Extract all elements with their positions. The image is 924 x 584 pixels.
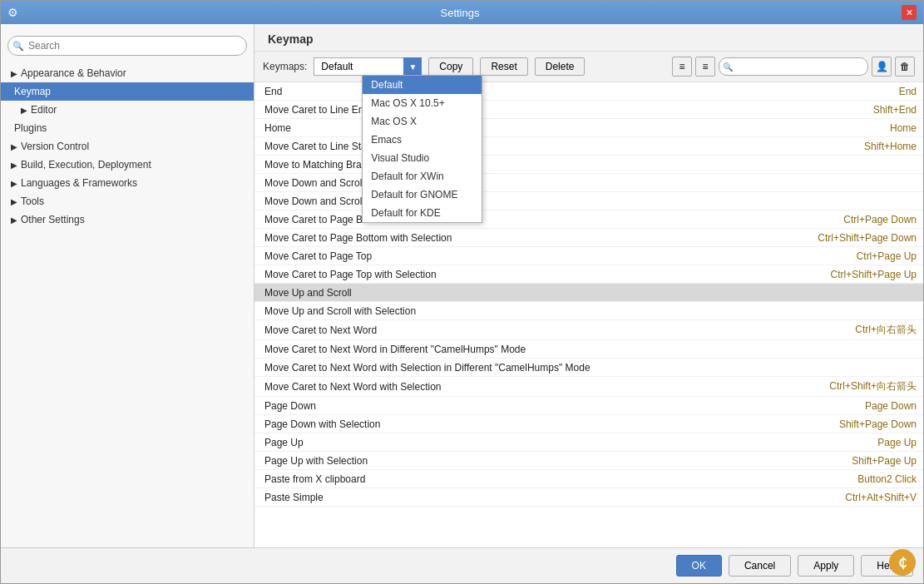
- expand-all-button[interactable]: ≡: [695, 57, 715, 77]
- dropdown-item-xwin[interactable]: Default for XWin: [363, 167, 482, 186]
- table-row[interactable]: Move Caret to Next Word in Different "Ca…: [254, 340, 923, 359]
- keymap-select-wrapper: Default ▼ Default Mac OS X 10.5+ Mac OS …: [314, 57, 422, 76]
- table-row[interactable]: Page Up with SelectionShift+Page Up: [254, 452, 923, 470]
- sidebar-item-vcs[interactable]: ▶ Version Control: [1, 137, 254, 156]
- sidebar-item-label: Languages & Frameworks: [21, 177, 137, 189]
- keybinding-search-input[interactable]: [719, 57, 868, 76]
- table-row[interactable]: Paste SimpleCtrl+Alt+Shift+V: [254, 488, 923, 507]
- kb-action-label: Page Down: [261, 400, 865, 412]
- arrow-icon: ▶: [11, 215, 17, 225]
- table-row[interactable]: EndEnd: [254, 82, 923, 101]
- user-icon-button[interactable]: 👤: [872, 57, 892, 77]
- sidebar-item-plugins[interactable]: Plugins: [1, 119, 254, 137]
- kb-shortcut-label: Page Up: [877, 437, 917, 448]
- table-row[interactable]: Move Caret to Page Bottom with Selection…: [254, 229, 923, 247]
- keymap-select[interactable]: Default: [314, 57, 422, 76]
- keymaps-label: Keymaps:: [263, 61, 307, 72]
- kb-action-label: Move Caret to Page Bottom with Selection: [261, 232, 818, 244]
- arrow-icon: ▶: [11, 179, 17, 188]
- apply-button[interactable]: Apply: [798, 555, 854, 577]
- table-row[interactable]: HomeHome: [254, 119, 923, 137]
- kb-shortcut-label: Ctrl+Shift+向右箭头: [829, 379, 917, 393]
- table-row[interactable]: Move Up and Scroll with Selection: [254, 302, 923, 320]
- keybinding-search-wrapper: 🔍: [719, 57, 868, 76]
- kb-shortcut-label: Ctrl+Page Down: [843, 214, 917, 225]
- kb-action-label: Move Caret to Next Word with Selection: [261, 381, 829, 393]
- kb-action-label: Move Down and Scroll with Selection: [261, 195, 917, 207]
- table-row[interactable]: Move Up and Scroll: [254, 284, 923, 302]
- window-title: Settings: [18, 7, 902, 19]
- kb-shortcut-label: Ctrl+Page Up: [857, 250, 917, 262]
- kb-shortcut-label: Shift+Home: [864, 141, 917, 152]
- copy-button[interactable]: Copy: [428, 57, 473, 76]
- table-row[interactable]: Page DownPage Down: [254, 397, 923, 415]
- dropdown-item-default[interactable]: Default: [363, 76, 482, 94]
- kb-shortcut-label: Shift+Page Down: [839, 418, 917, 430]
- keybinding-search-icon: 🔍: [723, 62, 733, 72]
- kb-action-label: Paste from X clipboard: [261, 473, 857, 485]
- sidebar-item-label: Tools: [21, 195, 44, 207]
- arrow-icon: ▶: [21, 106, 27, 115]
- kb-action-label: Move Caret to Page Top with Selection: [261, 269, 831, 280]
- kb-action-label: End: [261, 86, 899, 97]
- kb-shortcut-label: Shift+End: [873, 104, 917, 116]
- sidebar-item-appearance[interactable]: ▶ Appearance & Behavior: [1, 64, 254, 82]
- table-row[interactable]: Move Down and Scroll: [254, 174, 923, 192]
- kb-action-label: Paste Simple: [261, 492, 845, 503]
- table-row[interactable]: Move Caret to Line End with SelectionShi…: [254, 101, 923, 119]
- table-row[interactable]: Move Down and Scroll with Selection: [254, 192, 923, 210]
- sidebar-search-box: 🔍: [1, 31, 254, 61]
- arrow-icon: ▶: [11, 161, 17, 170]
- sidebar-item-editor[interactable]: ▶ Editor: [1, 101, 254, 119]
- kb-action-label: Move Caret to Next Word: [261, 324, 855, 336]
- kb-shortcut-label: Ctrl+Shift+Page Up: [831, 269, 917, 280]
- kb-shortcut-label: Page Down: [865, 400, 917, 412]
- sidebar-item-build[interactable]: ▶ Build, Execution, Deployment: [1, 156, 254, 174]
- keymap-toolbar: Keymaps: Default ▼ Default Mac OS X 10.5…: [254, 52, 923, 82]
- delete-button[interactable]: Delete: [535, 57, 586, 76]
- dropdown-item-gnome[interactable]: Default for GNOME: [363, 186, 482, 204]
- table-row[interactable]: Move Caret to Next Word with Selection i…: [254, 359, 923, 377]
- kb-action-label: Move Down and Scroll: [261, 177, 917, 189]
- keybinding-list: EndEndMove Caret to Line End with Select…: [254, 82, 923, 547]
- ok-button[interactable]: OK: [676, 555, 722, 577]
- sidebar-item-languages[interactable]: ▶ Languages & Frameworks: [1, 174, 254, 192]
- dropdown-item-kde[interactable]: Default for KDE: [363, 204, 482, 222]
- table-row[interactable]: Move Caret to Line Start with SelectionS…: [254, 137, 923, 156]
- sidebar: 🔍 ▶ Appearance & Behavior Keymap ▶ Edito…: [1, 24, 254, 547]
- table-row[interactable]: Move Caret to Page Top with SelectionCtr…: [254, 265, 923, 284]
- sidebar-item-label: Editor: [31, 104, 57, 116]
- table-row[interactable]: Paste from X clipboardButton2 Click: [254, 470, 923, 488]
- sidebar-item-keymap[interactable]: Keymap: [1, 82, 254, 101]
- dropdown-item-vs[interactable]: Visual Studio: [363, 149, 482, 167]
- panel-title: Keymap: [268, 32, 313, 46]
- kb-action-label: Move Caret to Next Word in Different "Ca…: [261, 344, 917, 355]
- cancel-button[interactable]: Cancel: [729, 555, 791, 577]
- kb-action-label: Move to Matching Brace: [261, 159, 917, 171]
- table-row[interactable]: Move Caret to Page BottomCtrl+Page Down: [254, 210, 923, 229]
- collapse-all-button[interactable]: ≡: [672, 57, 692, 77]
- reset-button[interactable]: Reset: [480, 57, 527, 76]
- main-panel: Keymap Keymaps: Default ▼ Default Mac OS…: [254, 24, 923, 547]
- dropdown-item-mac105[interactable]: Mac OS X 10.5+: [363, 94, 482, 112]
- kb-action-label: Move Up and Scroll: [261, 287, 917, 299]
- sidebar-search-input[interactable]: [7, 36, 247, 56]
- sidebar-item-tools[interactable]: ▶ Tools: [1, 192, 254, 210]
- kb-action-label: Move Caret to Next Word with Selection i…: [261, 362, 917, 374]
- kb-action-label: Page Up: [261, 437, 877, 448]
- sidebar-item-label: Other Settings: [21, 214, 85, 225]
- table-row[interactable]: Page UpPage Up: [254, 433, 923, 452]
- dropdown-item-macos[interactable]: Mac OS X: [363, 112, 482, 131]
- dropdown-item-emacs[interactable]: Emacs: [363, 131, 482, 149]
- sidebar-search-wrapper: 🔍: [7, 36, 247, 56]
- table-row[interactable]: Move Caret to Next Word with SelectionCt…: [254, 377, 923, 397]
- kb-action-label: Move Up and Scroll with Selection: [261, 305, 917, 317]
- table-row[interactable]: Page Down with SelectionShift+Page Down: [254, 415, 923, 433]
- table-row[interactable]: Move Caret to Page TopCtrl+Page Up: [254, 247, 923, 265]
- table-row[interactable]: Move to Matching Brace: [254, 156, 923, 174]
- table-row[interactable]: Move Caret to Next WordCtrl+向右箭头: [254, 320, 923, 340]
- delete-icon-button[interactable]: 🗑: [895, 57, 915, 77]
- sidebar-item-other[interactable]: ▶ Other Settings: [1, 210, 254, 229]
- keymap-dropdown: Default Mac OS X 10.5+ Mac OS X Emacs Vi…: [362, 75, 482, 223]
- close-button[interactable]: ✕: [902, 5, 917, 20]
